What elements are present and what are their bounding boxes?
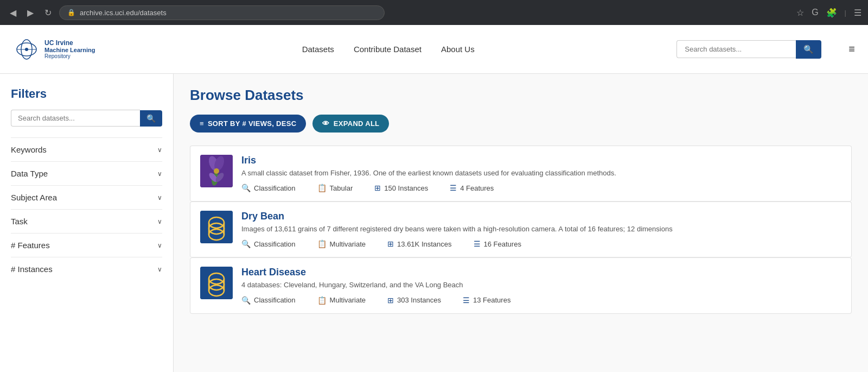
iris-task: 🔍 Classification <box>241 184 296 192</box>
logo-area: UC Irvine Machine Learning Repository <box>13 39 100 60</box>
heartdisease-features: ☰ 13 Features <box>463 296 510 305</box>
heartdisease-info: Heart Disease 4 databases: Cleveland, Hu… <box>241 267 841 304</box>
heartdisease-instances: ⊞ 303 Instances <box>387 296 441 305</box>
chevron-down-icon: ∨ <box>157 242 162 249</box>
table-icon: 📋 <box>317 184 327 192</box>
filter-instances-label: # Instances <box>11 264 53 274</box>
chevron-down-icon: ∨ <box>157 170 162 178</box>
heartdisease-meta: 🔍 Classification 📋 Multivariate ⊞ 303 In… <box>241 296 841 305</box>
iris-description: A small classic dataset from Fisher, 193… <box>241 168 841 178</box>
drybean-task: 🔍 Classification <box>241 239 296 248</box>
filter-keywords-label: Keywords <box>11 145 47 154</box>
address-bar[interactable]: 🔒 archive.ics.uci.edu/datasets <box>59 5 385 20</box>
nav-about[interactable]: About Us <box>441 45 475 54</box>
grammarly-icon[interactable]: G <box>812 8 818 17</box>
heartdisease-datatype: 📋 Multivariate <box>317 296 366 305</box>
content-area: Browse Datasets ≡ SORT BY # VIEWS, DESC … <box>174 74 868 372</box>
list-icon: ☰ <box>463 296 470 305</box>
expand-all-button[interactable]: 👁 EXPAND ALL <box>312 115 389 133</box>
eye-icon: 👁 <box>322 119 329 128</box>
chevron-down-icon: ∨ <box>157 146 162 154</box>
sort-bar: ≡ SORT BY # VIEWS, DESC 👁 EXPAND ALL <box>190 115 852 133</box>
filter-data-type[interactable]: Data Type ∨ <box>11 161 162 185</box>
sidebar: Filters 🔍 Keywords ∨ Data Type ∨ Subject… <box>0 74 174 372</box>
sort-button[interactable]: ≡ SORT BY # VIEWS, DESC <box>190 115 306 133</box>
list-icon: ☰ <box>450 184 457 192</box>
iris-instances-label: 150 Instances <box>384 184 428 192</box>
heartdisease-features-label: 13 Features <box>473 296 510 304</box>
header-search-input[interactable] <box>676 40 796 58</box>
security-icon: 🔒 <box>67 9 75 16</box>
heartdisease-instances-label: 303 Instances <box>397 296 441 304</box>
bookmark-icon[interactable]: ☆ <box>796 8 804 18</box>
sort-icon: ≡ <box>200 119 204 128</box>
header-hamburger-button[interactable]: ≡ <box>848 43 855 55</box>
table-icon: 📋 <box>317 296 327 305</box>
site-header: UC Irvine Machine Learning Repository Da… <box>0 25 868 74</box>
filter-task[interactable]: Task ∨ <box>11 209 162 233</box>
filter-features-label: # Features <box>11 241 50 250</box>
filter-keywords[interactable]: Keywords ∨ <box>11 137 162 161</box>
iris-datatype-label: Tabular <box>330 184 353 192</box>
header-search-button[interactable]: 🔍 <box>796 40 821 59</box>
forward-button[interactable]: ▶ <box>24 5 37 20</box>
drybean-features-label: 16 Features <box>484 240 521 248</box>
page-title: Browse Datasets <box>190 87 852 104</box>
iris-datatype: 📋 Tabular <box>317 184 353 192</box>
chevron-down-icon: ∨ <box>157 194 162 201</box>
logo-svg <box>13 39 40 60</box>
svg-point-10 <box>214 168 219 174</box>
heartdisease-name[interactable]: Heart Disease <box>241 267 841 278</box>
extensions-icon[interactable]: 🧩 <box>826 8 837 18</box>
grid-icon: ⊞ <box>374 184 381 192</box>
dataset-card-iris: Iris A small classic dataset from Fisher… <box>190 146 852 201</box>
svg-point-3 <box>25 48 28 51</box>
table-icon: 📋 <box>317 239 327 248</box>
drybean-task-label: Classification <box>254 240 296 248</box>
heartdisease-datatype-label: Multivariate <box>330 296 366 304</box>
iris-thumbnail <box>200 155 233 187</box>
iris-name[interactable]: Iris <box>241 155 841 166</box>
browser-chrome: ◀ ▶ ↻ 🔒 archive.ics.uci.edu/datasets ☆ G… <box>0 0 868 25</box>
drybean-datatype-label: Multivariate <box>330 240 366 248</box>
heartdisease-task: 🔍 Classification <box>241 296 296 305</box>
nav-datasets[interactable]: Datasets <box>302 45 334 54</box>
menu-icon[interactable]: ☰ <box>854 8 861 18</box>
filter-instances[interactable]: # Instances ∨ <box>11 257 162 281</box>
filter-subject-area[interactable]: Subject Area ∨ <box>11 185 162 209</box>
back-button[interactable]: ◀ <box>7 5 20 20</box>
sidebar-search: 🔍 <box>11 110 162 127</box>
heartdisease-description: 4 databases: Cleveland, Hungary, Switzer… <box>241 280 841 290</box>
filter-subject-area-label: Subject Area <box>11 193 57 202</box>
filter-list: Keywords ∨ Data Type ∨ Subject Area ∨ Ta… <box>11 137 162 281</box>
drybean-name[interactable]: Dry Bean <box>241 211 841 222</box>
nav-contribute[interactable]: Contribute Dataset <box>354 45 422 54</box>
sidebar-search-button[interactable]: 🔍 <box>140 110 162 127</box>
drybean-meta: 🔍 Classification 📋 Multivariate ⊞ 13.61K… <box>241 239 841 248</box>
list-icon: ☰ <box>474 239 481 248</box>
search-icon: 🔍 <box>241 184 251 192</box>
search-icon: 🔍 <box>241 296 251 305</box>
iris-instances: ⊞ 150 Instances <box>374 184 428 192</box>
heartdisease-task-label: Classification <box>254 296 296 304</box>
drybean-info: Dry Bean Images of 13,611 grains of 7 di… <box>241 211 841 248</box>
main-nav: Datasets Contribute Dataset About Us <box>122 45 655 54</box>
filter-data-type-label: Data Type <box>11 169 48 178</box>
logo-text: UC Irvine Machine Learning Repository <box>44 39 95 59</box>
svg-rect-17 <box>200 267 233 299</box>
grid-icon: ⊞ <box>387 239 394 248</box>
iris-features: ☰ 4 Features <box>450 184 494 192</box>
expand-label: EXPAND ALL <box>334 119 380 128</box>
drybean-datatype: 📋 Multivariate <box>317 239 366 248</box>
search-icon: 🔍 <box>241 239 251 248</box>
sidebar-title: Filters <box>11 87 162 101</box>
header-search: 🔍 <box>676 40 821 59</box>
filter-features[interactable]: # Features ∨ <box>11 233 162 257</box>
sidebar-search-input[interactable] <box>11 110 140 127</box>
main-layout: Filters 🔍 Keywords ∨ Data Type ∨ Subject… <box>0 74 868 372</box>
chevron-down-icon: ∨ <box>157 266 162 273</box>
iris-meta: 🔍 Classification 📋 Tabular ⊞ 150 Instanc… <box>241 184 841 192</box>
iris-info: Iris A small classic dataset from Fisher… <box>241 155 841 192</box>
refresh-button[interactable]: ↻ <box>41 5 55 20</box>
dataset-card-heart-disease: Heart Disease 4 databases: Cleveland, Hu… <box>190 257 852 313</box>
